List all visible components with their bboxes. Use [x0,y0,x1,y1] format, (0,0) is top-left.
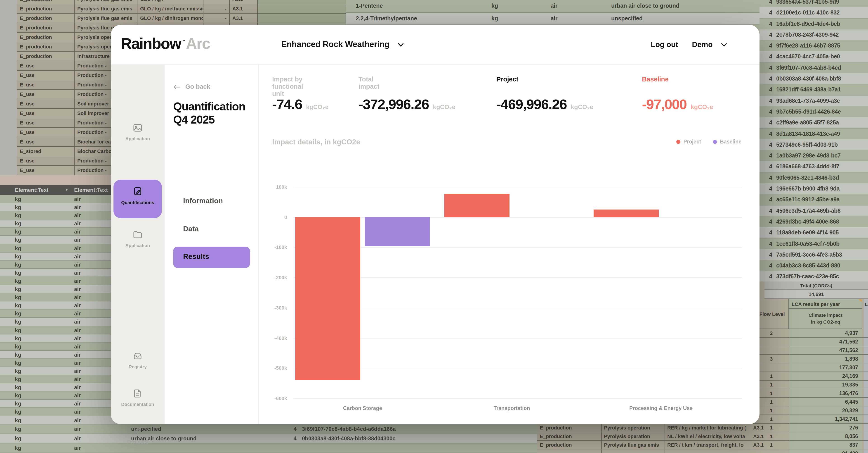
bar-project-0[interactable] [295,217,360,380]
x-category-label: Transportation [493,405,530,411]
metric-unit: kgCO₂e [571,104,593,110]
chevron-down-icon [721,40,727,49]
metric-label: Project [496,76,518,83]
tab-information[interactable]: Information [183,197,223,205]
x-category-label: Carbon Storage [343,405,382,411]
grid-line [293,398,742,399]
table-row: 4 16821dff-6469-438a-b7a1 [760,84,868,95]
tab-results[interactable]: Results [173,247,250,268]
bar-project-1[interactable] [444,194,509,217]
chart-title: Impact details, in kgCO2e [272,138,360,146]
table-row: E_production Pyrolysis flue gas emis GLO… [17,0,346,4]
metric-unit: kgCO₂e [691,104,713,110]
image-icon [132,123,143,133]
table-row: 91,439 [537,449,868,453]
bar-project-2[interactable] [594,209,659,217]
workspace-selector[interactable]: Enhanced Rock Weathering [281,39,404,49]
table-row: 4 3f69f107-70c8-4ab8-b4cd [760,62,868,74]
paper-plane-icon [132,426,143,436]
bg-bottom-rows: kg air unspecified 4 3f69f107-70c8-4ab8-… [0,424,537,453]
bar-chart: 100k0-100k-200k-300k-400k-500k-600kCarbo… [293,187,742,398]
metric-unit: kgCO₂e [306,104,329,110]
project-dot-icon [676,140,680,144]
table-row: 4 933654a4-537f-41b5-9d9 [760,0,868,7]
metric: Project -469,996.26kgCO₂e [496,76,518,83]
table-row: 4 d2100e1c-011c-410c-832 [760,7,868,19]
table-row: 4 c04ab3c3-8c85-443d-880 [760,260,868,271]
rail-item-quantifications[interactable]: Quantifications [114,180,162,218]
table-row: 1-Pentene kg air urban air close to grou… [346,0,764,12]
screen: E_production Pyrolysis flue gas emis GLO… [0,0,868,453]
table-row: 4 2c78b708-243f-4309-942 [760,29,868,40]
table-row: E_production Pyrolysis flue gas emis GLO… [17,4,346,13]
grid-line [293,247,742,248]
table-row: 4 9f7f6e28-a116-46b7-8875 [760,40,868,51]
table-row: 4 1ce61ff8-0a53-4cf7-9b0b [760,238,868,249]
table-row: 4 0b0303a8-430f-408a-bbf8 [760,73,868,84]
chart-legend: Project Baseline [676,139,741,144]
chevron-down-icon [398,39,404,49]
arrow-left-icon [173,85,180,90]
filter-arrow-icon[interactable]: ▼ [65,185,68,195]
table-row: E_production Pyrolysis operation NL / kW… [537,432,868,441]
y-tick-label: -300k [274,305,287,310]
y-tick-label: -200k [274,275,287,280]
rail-item-application[interactable]: Application [111,123,164,141]
metric-label: Impact by functional unit [272,76,303,97]
column-header: Element:Text [15,185,49,195]
rail-item-feedback[interactable]: Feedback [111,426,164,445]
bar-baseline-0[interactable] [365,217,430,246]
rail-item-registry[interactable]: Registry [111,351,164,369]
table-row: E_production Pyrolysis operation RER / k… [537,424,868,432]
window-edge [0,0,17,186]
page-title: Quantification Q4 2025 [173,100,254,126]
metric-label: Total impact [359,76,379,90]
rainbow-arc-modal: Rainbow™Arc Enhanced Rock Weathering Log… [111,25,760,424]
folder-icon [132,229,143,240]
table-row: 4 16abf1c8-d9ed-4de4-beb [760,18,868,29]
metric-value: -97,000 [642,96,687,112]
metric-value: -372,996.26 [359,96,429,112]
grid-line [293,308,742,308]
table-row: E_production Pyrolysis flue gas emis RER… [537,441,868,449]
y-tick-label: -500k [274,365,287,371]
go-back-link[interactable]: Go back [173,83,210,90]
archive-icon [132,351,143,361]
baseline-dot-icon [713,140,717,144]
table-row: 4 8d1a8134-1818-413c-a49 [760,128,868,139]
metric: Baseline -97,000kgCO₂e [642,76,669,83]
table-row: 4 4cac4670-4cc7-405a-be0 [760,51,868,62]
filter-corner-icon [859,299,862,302]
table-row: 4 90fe6065-82e1-4846-b3d [760,172,868,183]
legend-item-baseline[interactable]: Baseline [713,139,741,144]
icon-rail: Application Quantifications Application … [111,65,164,424]
metric-unit: kgCO₂e [433,104,455,110]
rainbow-arc-logo: Rainbow™Arc [121,35,210,53]
legend-item-project[interactable]: Project [676,139,701,144]
metric: Impact by functional unit -74.6kgCO₂e [272,76,303,97]
y-tick-label: 0 [284,214,287,220]
metric: Total impact -372,996.26kgCO₂e [359,76,379,90]
account-menu[interactable]: Demo [692,40,727,49]
logout-button[interactable]: Log out [651,40,678,49]
rail-item-application-2[interactable]: Application [111,229,164,248]
table-row: kg air [0,444,537,453]
total-corcs-header: Total (CORCs) [765,282,868,290]
grid-line [293,277,742,278]
table-row: 4 6186a668-4763-4ddd-8f7 [760,161,868,172]
table-row: kg air urban air close to ground 4 0b030… [0,434,537,444]
table-row: 4 ac65e11c-9912-45be-a9a [760,194,868,205]
clipboard-icon [132,186,143,196]
metric-label: Baseline [642,76,669,83]
y-tick-label: -400k [274,335,287,341]
table-row: 4 7a5cd591-3cc6-4fe3-a5b3 [760,249,868,260]
table-row: 4 1a0b3a97-298e-49d3-bc7 [760,150,868,161]
modal-header: Rainbow™Arc Enhanced Rock Weathering Log… [111,25,760,65]
table-row: 4 527349c6-95ff-4d03-91b [760,139,868,150]
lc-column-header: LC [864,299,868,329]
x-category-label: Processing & Energy Use [629,405,692,411]
document-icon [132,388,143,399]
metric-value: -469,996.26 [496,96,567,112]
rail-item-documentation[interactable]: Documentation [111,388,164,407]
tab-data[interactable]: Data [183,225,199,233]
